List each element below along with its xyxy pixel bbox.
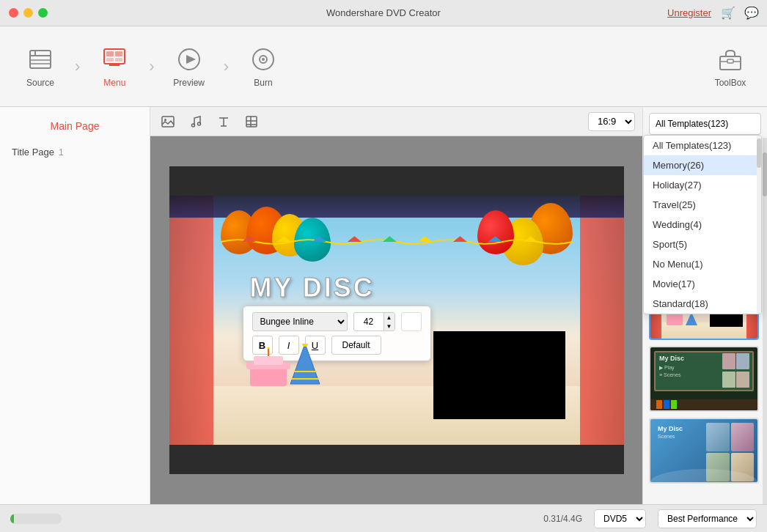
text-toolbar-icon[interactable]: [213, 111, 234, 132]
dropdown-all-templates[interactable]: All Templates(123): [644, 136, 761, 155]
chat-icon[interactable]: 💬: [745, 7, 758, 20]
window-controls: [0, 8, 48, 18]
svg-point-50: [302, 344, 308, 347]
right-panel-scrollthumb: [763, 152, 767, 196]
template-category-select[interactable]: All Templates(123) Memory(26) Holiday(27…: [649, 113, 761, 135]
font-select[interactable]: Bungee Inline: [252, 312, 348, 331]
nav-arrow-2: ›: [149, 57, 154, 76]
sidebar-item-title-page[interactable]: Title Page 1: [0, 139, 150, 165]
size-arrows: ▲ ▼: [384, 313, 394, 330]
template-thumb-3[interactable]: My Disc Scenes: [649, 418, 759, 484]
music-toolbar-icon[interactable]: [186, 111, 206, 132]
dropdown-no-menu[interactable]: No Menu(1): [644, 254, 761, 274]
svg-rect-8: [106, 58, 114, 62]
default-button[interactable]: Default: [331, 336, 381, 355]
main-area: Main Page Title Page 1: [0, 107, 767, 504]
svg-rect-6: [106, 51, 114, 56]
menu-label: Menu: [103, 78, 125, 88]
font-size-input[interactable]: [354, 317, 384, 327]
nav-bar: Source › Menu › Preview ›: [0, 26, 767, 107]
right-panel-scrollbar[interactable]: [763, 138, 767, 504]
canvas-top-bar: [169, 166, 624, 196]
template-thumb-2[interactable]: My Disc ▶ Play ≡ Scenes: [649, 346, 759, 412]
dropdown-sport[interactable]: Sport(5): [644, 234, 761, 254]
svg-marker-46: [290, 344, 320, 384]
toolbox-label: ToolBox: [715, 78, 746, 88]
minimize-button[interactable]: [23, 8, 33, 18]
svg-point-16: [262, 58, 265, 61]
source-nav-icon: [26, 45, 54, 73]
burn-label: Burn: [254, 78, 272, 88]
svg-point-45: [267, 347, 270, 349]
preview-label: Preview: [173, 78, 205, 88]
svg-marker-38: [452, 236, 466, 242]
title-bar: Wondershare DVD Creator Unregister 🛒 💬: [0, 0, 767, 26]
storage-info: 0.31/4.4G: [543, 514, 582, 524]
svg-marker-39: [488, 236, 502, 242]
size-up-button[interactable]: ▲: [384, 313, 394, 322]
maximize-button[interactable]: [38, 8, 48, 18]
svg-marker-36: [382, 236, 396, 242]
stage-right: [580, 196, 624, 445]
dropdown-movie[interactable]: Movie(17): [644, 274, 761, 294]
right-panel: All Templates(123) Memory(26) Holiday(27…: [642, 107, 767, 504]
performance-select[interactable]: Best Performance High Quality Standard: [658, 509, 757, 528]
unregister-link[interactable]: Unregister: [667, 7, 711, 18]
title-page-label: Title Page: [12, 147, 54, 158]
dropdown-holiday[interactable]: Holiday(27): [644, 175, 761, 195]
dropdown-standard[interactable]: Standard(18): [644, 294, 761, 314]
preview-nav-icon: [175, 45, 203, 73]
svg-rect-18: [727, 59, 733, 63]
color-swatch[interactable]: [401, 312, 422, 331]
nav-source[interactable]: Source: [7, 34, 73, 100]
cart-icon[interactable]: 🛒: [722, 7, 735, 20]
nav-arrow-3: ›: [224, 57, 229, 76]
svg-marker-34: [312, 236, 326, 242]
nav-items: Source › Menu › Preview ›: [7, 34, 701, 100]
text-format-row1: Bungee Inline ▲ ▼: [252, 312, 422, 331]
nav-arrow-1: ›: [75, 57, 80, 76]
canvas-preview: MY DISC Bungee Inline ▲ ▼: [169, 166, 624, 474]
dropdown-scrollthumb: [757, 138, 761, 168]
svg-rect-43: [254, 356, 283, 365]
dropdown-memory[interactable]: Memory(26): [644, 155, 761, 175]
nav-toolbox[interactable]: ToolBox: [701, 34, 760, 100]
status-bar: 0.31/4.4G DVD5 DVD9 Best Performance Hig…: [0, 504, 767, 532]
font-size-input-wrap: ▲ ▼: [353, 312, 395, 331]
video-placeholder: [433, 331, 565, 419]
svg-marker-40: [523, 236, 537, 242]
dropdown-scrollbar: [757, 136, 761, 314]
app-title: Wondershare DVD Creator: [326, 7, 441, 18]
dropdown-travel[interactable]: Travel(25): [644, 195, 761, 215]
nav-preview[interactable]: Preview: [156, 34, 222, 100]
size-down-button[interactable]: ▼: [384, 322, 394, 330]
svg-point-24: [198, 122, 201, 125]
table-toolbar-icon[interactable]: [241, 111, 262, 132]
template-dropdown-menu[interactable]: All Templates(123) Memory(26) Holiday(27…: [643, 135, 762, 314]
aspect-ratio-select[interactable]: 16:9 4:3: [588, 112, 635, 131]
progress-bar-fill: [10, 514, 14, 524]
title-bar-right: Unregister 🛒 💬: [667, 7, 767, 20]
title-page-num: 1: [59, 147, 64, 158]
svg-rect-28: [246, 117, 257, 127]
svg-rect-7: [115, 51, 122, 56]
svg-rect-9: [115, 58, 122, 62]
nav-menu[interactable]: Menu: [81, 34, 147, 100]
sidebar: Main Page Title Page 1: [0, 107, 150, 504]
canvas-scene[interactable]: MY DISC Bungee Inline ▲ ▼: [169, 196, 624, 445]
svg-marker-35: [347, 236, 361, 242]
canvas-bottom-bar: [169, 445, 624, 474]
close-button[interactable]: [9, 8, 18, 18]
progress-bar-wrap: [10, 514, 62, 524]
image-toolbar-icon[interactable]: [158, 111, 178, 132]
nav-burn[interactable]: Burn: [230, 34, 296, 100]
stage-left: [169, 196, 213, 445]
toolbox-icon: [716, 45, 744, 73]
disc-title-text[interactable]: MY DISC: [250, 273, 375, 303]
template-dropdown-container: All Templates(123) Memory(26) Holiday(27…: [643, 107, 767, 135]
garland: [221, 236, 573, 247]
svg-marker-37: [417, 236, 431, 242]
disc-type-select[interactable]: DVD5 DVD9: [594, 509, 646, 528]
dropdown-wedding[interactable]: Wedding(4): [644, 215, 761, 234]
source-label: Source: [26, 78, 54, 88]
